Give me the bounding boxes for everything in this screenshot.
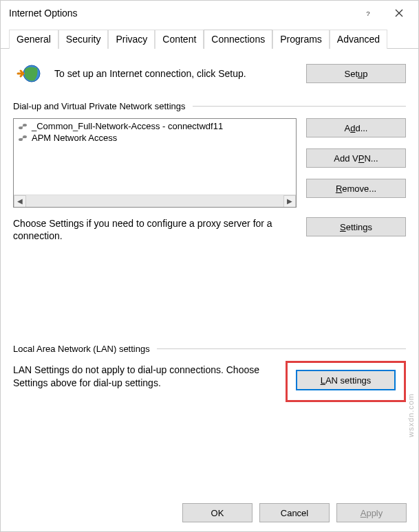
settings-button-label: Settings xyxy=(340,222,372,232)
add-vpn-button[interactable]: Add VPN... xyxy=(306,148,406,168)
horizontal-scrollbar[interactable]: ◀ ▶ xyxy=(14,195,296,207)
internet-options-dialog: Internet Options ? General Security Priv… xyxy=(0,0,419,532)
divider xyxy=(193,106,407,107)
close-button[interactable] xyxy=(384,3,414,23)
tab-security[interactable]: Security xyxy=(58,30,109,49)
cancel-button-label: Cancel xyxy=(281,508,308,518)
add-button[interactable]: Add... xyxy=(306,118,406,137)
add-vpn-button-label: Add VPN... xyxy=(334,153,378,164)
lan-group-label: Local Area Network (LAN) settings xyxy=(13,344,406,354)
remove-button-label: Remove... xyxy=(336,184,376,194)
choose-settings-area: Choose Settings if you need to configure… xyxy=(13,217,406,242)
tab-content-area: To set up an Internet connection, click … xyxy=(1,49,418,409)
ok-button[interactable]: OK xyxy=(182,503,253,522)
svg-text:?: ? xyxy=(366,10,370,17)
dialup-group-text: Dial-up and Virtual Private Network sett… xyxy=(13,101,186,111)
svg-line-7 xyxy=(21,126,24,127)
scroll-left-arrow[interactable]: ◀ xyxy=(14,195,26,208)
lan-description-text: LAN Settings do not apply to dial-up con… xyxy=(13,361,276,388)
lan-group-text: Local Area Network (LAN) settings xyxy=(13,344,150,354)
lan-section: Local Area Network (LAN) settings LAN Se… xyxy=(13,344,406,402)
divider xyxy=(157,348,406,349)
lan-settings-button-label: LAN settings xyxy=(321,375,372,386)
list-item-label: _Common_Full-Network-Access - connectwdf… xyxy=(32,121,223,131)
setup-button-label: Setup xyxy=(345,69,368,79)
setup-intro-text: To set up an Internet connection, click … xyxy=(54,67,297,80)
apply-button[interactable]: Apply xyxy=(336,503,407,522)
watermark-text: wsxdn.com xyxy=(407,393,415,437)
cancel-button[interactable]: Cancel xyxy=(259,503,330,522)
tab-connections[interactable]: Connections xyxy=(204,30,272,49)
dialup-button-column: Add... Add VPN... Remove... xyxy=(306,118,406,208)
window-title: Internet Options xyxy=(9,8,354,19)
connections-listbox[interactable]: _Common_Full-Network-Access - connectwdf… xyxy=(13,118,297,208)
lan-settings-button[interactable]: LAN settings xyxy=(296,370,396,390)
network-icon xyxy=(18,122,28,131)
dialog-footer: OK Cancel Apply xyxy=(182,503,407,522)
choose-settings-text: Choose Settings if you need to configure… xyxy=(13,217,297,242)
ok-button-label: OK xyxy=(211,508,224,518)
tab-content[interactable]: Content xyxy=(155,30,204,49)
titlebar: Internet Options ? xyxy=(1,1,418,25)
setup-button[interactable]: Setup xyxy=(306,64,406,83)
list-item[interactable]: APM Network Access xyxy=(15,132,294,144)
help-button[interactable]: ? xyxy=(354,3,384,23)
list-item-label: APM Network Access xyxy=(32,133,117,143)
network-icon xyxy=(18,134,28,142)
dialup-group-label: Dial-up and Virtual Private Network sett… xyxy=(13,101,406,111)
list-item[interactable]: _Common_Full-Network-Access - connectwdf… xyxy=(15,120,294,132)
setup-intro: To set up an Internet connection, click … xyxy=(13,61,406,86)
tab-general[interactable]: General xyxy=(9,30,58,49)
add-button-label: Add... xyxy=(345,123,368,133)
tab-programs[interactable]: Programs xyxy=(272,30,330,49)
tab-strip: General Security Privacy Content Connect… xyxy=(1,25,418,49)
svg-line-10 xyxy=(21,137,24,139)
connection-wizard-icon xyxy=(13,61,45,86)
settings-button[interactable]: Settings xyxy=(306,217,406,236)
lan-highlight-box: LAN settings xyxy=(286,361,406,402)
apply-button-label: Apply xyxy=(361,508,383,518)
tab-privacy[interactable]: Privacy xyxy=(108,30,155,49)
lan-area: LAN Settings do not apply to dial-up con… xyxy=(13,361,406,402)
remove-button[interactable]: Remove... xyxy=(306,179,406,198)
scroll-right-arrow[interactable]: ▶ xyxy=(283,195,296,208)
tab-advanced[interactable]: Advanced xyxy=(330,30,387,49)
scroll-track[interactable] xyxy=(26,195,283,208)
dialup-area: _Common_Full-Network-Access - connectwdf… xyxy=(13,118,406,208)
